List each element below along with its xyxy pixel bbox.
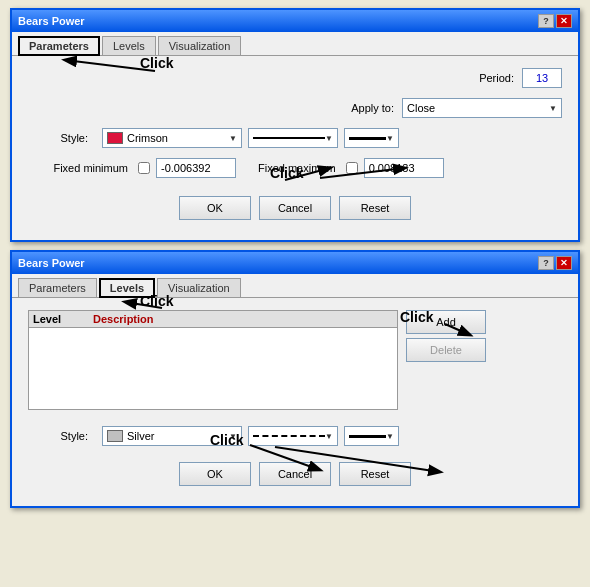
style-color-dropdown-2[interactable]: Silver ▼ xyxy=(102,426,242,446)
period-label: Period: xyxy=(434,72,514,84)
silver-swatch xyxy=(107,430,123,442)
delete-btn[interactable]: Delete xyxy=(406,338,486,362)
fixed-min-checkbox[interactable] xyxy=(138,162,150,174)
line-width-arrow-icon: ▼ xyxy=(386,134,394,143)
tab-levels-2[interactable]: Levels xyxy=(99,278,155,298)
style-color-dropdown-1[interactable]: Crimson ▼ xyxy=(102,128,242,148)
tab-parameters-2[interactable]: Parameters xyxy=(18,278,97,297)
crimson-swatch xyxy=(107,132,123,144)
color-arrow-icon-2: ▼ xyxy=(229,432,237,441)
fixed-max-checkbox[interactable] xyxy=(346,162,358,174)
title-2: Bears Power xyxy=(18,257,85,269)
tab-parameters-1[interactable]: Parameters xyxy=(18,36,100,56)
title-1: Bears Power xyxy=(18,15,85,27)
title-bar-1: Bears Power ? ✕ xyxy=(12,10,578,32)
cancel-btn-1[interactable]: Cancel xyxy=(259,196,331,220)
help-btn-1[interactable]: ? xyxy=(538,14,554,28)
levels-rows-area xyxy=(29,328,397,408)
ok-btn-2[interactable]: OK xyxy=(179,462,251,486)
levels-right-btns: Add Delete xyxy=(406,310,486,418)
fixed-max-input[interactable] xyxy=(364,158,444,178)
add-btn[interactable]: Add xyxy=(406,310,486,334)
line-preview-1 xyxy=(253,137,325,139)
dialog1: Bears Power ? ✕ Parameters Levels Visual… xyxy=(10,8,580,242)
line-width-arrow-icon-2: ▼ xyxy=(386,432,394,441)
apply-to-label: Apply to: xyxy=(314,102,394,114)
style-label-2: Style: xyxy=(28,430,88,442)
title-bar-btns-1: ? ✕ xyxy=(538,14,572,28)
period-input[interactable] xyxy=(522,68,562,88)
help-btn-2[interactable]: ? xyxy=(538,256,554,270)
levels-table: Level Description xyxy=(28,310,398,410)
tab-bar-2: Parameters Levels Visualization xyxy=(12,274,578,298)
button-row-2: OK Cancel Reset xyxy=(28,456,562,494)
fixed-minmax-row: Fixed minimum Fixed maximum xyxy=(28,158,562,178)
line-width-dropdown-1[interactable]: ▼ xyxy=(344,128,399,148)
line-width-preview-2 xyxy=(349,435,386,438)
title-bar-2: Bears Power ? ✕ xyxy=(12,252,578,274)
dialog1-wrapper: Bears Power ? ✕ Parameters Levels Visual… xyxy=(10,8,580,242)
line-width-dropdown-2[interactable]: ▼ xyxy=(344,426,399,446)
levels-table-header: Level Description xyxy=(29,311,397,328)
apply-to-row: Apply to: Close ▼ xyxy=(28,98,562,118)
line-width-preview-1 xyxy=(349,137,386,140)
levels-main: Level Description Add Delete xyxy=(28,310,562,418)
period-row: Period: xyxy=(28,68,562,88)
dialog2-body: Level Description Add Delete Style: xyxy=(12,298,578,506)
style-row-2: Style: Silver ▼ ▼ ▼ xyxy=(28,426,562,446)
col-level: Level xyxy=(33,313,93,325)
line-type-arrow-icon: ▼ xyxy=(325,134,333,143)
dialog2-wrapper: Bears Power ? ✕ Parameters Levels Visual… xyxy=(10,250,580,508)
apply-to-dropdown[interactable]: Close ▼ xyxy=(402,98,562,118)
cancel-btn-2[interactable]: Cancel xyxy=(259,462,331,486)
title-bar-btns-2: ? ✕ xyxy=(538,256,572,270)
ok-btn-1[interactable]: OK xyxy=(179,196,251,220)
dashed-line-preview xyxy=(253,435,325,437)
tab-visualization-1[interactable]: Visualization xyxy=(158,36,242,55)
dialog2: Bears Power ? ✕ Parameters Levels Visual… xyxy=(10,250,580,508)
style-row-1: Style: Crimson ▼ ▼ ▼ xyxy=(28,128,562,148)
tab-levels-1[interactable]: Levels xyxy=(102,36,156,55)
style-label-1: Style: xyxy=(28,132,88,144)
tab-bar-1: Parameters Levels Visualization xyxy=(12,32,578,56)
line-type-arrow-icon-2: ▼ xyxy=(325,432,333,441)
fixed-min-input[interactable] xyxy=(156,158,236,178)
button-row-1: OK Cancel Reset xyxy=(28,190,562,228)
dialog1-body: Period: Apply to: Close ▼ Style: Crimson xyxy=(12,56,578,240)
reset-btn-2[interactable]: Reset xyxy=(339,462,411,486)
tab-visualization-2[interactable]: Visualization xyxy=(157,278,241,297)
fixed-max-label: Fixed maximum xyxy=(258,162,336,174)
line-type-dropdown-2[interactable]: ▼ xyxy=(248,426,338,446)
apply-to-arrow-icon: ▼ xyxy=(549,104,557,113)
close-btn-1[interactable]: ✕ xyxy=(556,14,572,28)
close-btn-2[interactable]: ✕ xyxy=(556,256,572,270)
color-arrow-icon: ▼ xyxy=(229,134,237,143)
reset-btn-1[interactable]: Reset xyxy=(339,196,411,220)
col-description: Description xyxy=(93,313,393,325)
line-type-dropdown-1[interactable]: ▼ xyxy=(248,128,338,148)
fixed-min-label: Fixed minimum xyxy=(28,162,128,174)
